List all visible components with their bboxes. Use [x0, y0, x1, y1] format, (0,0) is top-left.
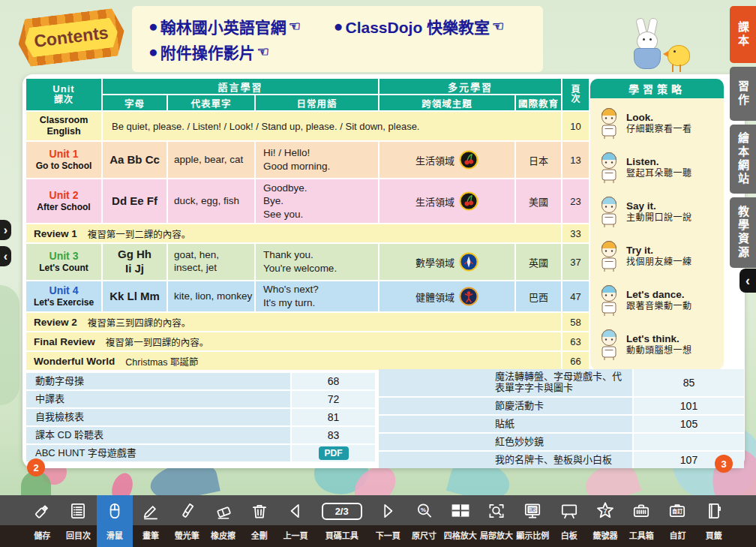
toolbar-button-顯示比例[interactable]: 固定顯示比例 — [514, 495, 550, 547]
toc-subheader-2: 日常用語 — [256, 95, 378, 110]
toolbar-button-籤號器[interactable]: 7籤號器 — [587, 495, 623, 547]
page-number-marker-left: 2 — [27, 458, 45, 476]
tab-課本[interactable]: 課本 — [730, 6, 756, 63]
toolbar-button-頁籤[interactable]: 頁籤 — [696, 495, 732, 547]
strategy-zh: 跟著音樂動一動 — [626, 301, 692, 312]
appendix-item-label: 貼紙 — [379, 416, 632, 432]
strategy-item: Listen.豎起耳朵聽一聽 — [596, 146, 718, 190]
toolbar-button-label: 原尺寸 — [412, 529, 436, 541]
toolbar-button-儲存[interactable]: 儲存 — [24, 495, 60, 547]
toc-row-words: duck, egg, fish — [168, 179, 254, 223]
pointing-hand-icon: ☜ — [289, 18, 301, 35]
toolbar-button-螢光筆[interactable]: 螢光筆 — [169, 495, 205, 547]
toolbar-button-頁碼工具[interactable]: 2/3頁碼工具 — [314, 495, 370, 547]
link-label: 翰林國小英語官網 — [160, 15, 286, 38]
bullet-icon: ● — [148, 17, 158, 35]
toolbar-button-label: 四格放大 — [444, 529, 477, 541]
toolbar-button-局部放大[interactable]: 局部放大 — [478, 495, 514, 547]
links-row: ●翰林國小英語官網☜●ClassDojo 快樂教室☜ — [148, 15, 526, 38]
toc-row-domain: 生活領域 — [380, 142, 514, 178]
toc-row-country: 美國 — [516, 179, 561, 223]
toc-row-country: 日本 — [516, 142, 561, 178]
pagetab-icon — [704, 500, 724, 522]
toolbar-button-白板[interactable]: 白板 — [551, 495, 587, 547]
strategy-panel-title: 學習策略 — [590, 79, 724, 98]
appendix-item-label: 我的名牌卡、墊板與小白板 — [379, 452, 632, 468]
svg-text:固定: 固定 — [528, 506, 538, 512]
strategy-panel: 學習策略 Look.仔細觀察看一看Listen.豎起耳朵聽一聽Say it.主動… — [590, 79, 724, 370]
toc-row-page: 47 — [562, 281, 589, 311]
toc-subheader-0: 字母 — [103, 95, 166, 110]
external-link[interactable]: ●翰林國小英語官網☜ — [148, 15, 301, 38]
appendix-item-label: 自我檢核表 — [26, 409, 290, 425]
toolbar-button-橡皮擦[interactable]: 橡皮擦 — [205, 495, 241, 547]
strategy-en: Try it. — [626, 245, 692, 257]
strategy-items: Look.仔細觀察看一看Listen.豎起耳朵聽一聽Say it.主動開口說一說… — [590, 98, 724, 370]
page-number-display[interactable]: 2/3 — [322, 503, 362, 520]
highlighter-icon — [177, 500, 196, 522]
domain-badge-icon — [459, 287, 478, 306]
toolbar-button-原尺寸[interactable]: %原尺寸 — [406, 495, 442, 547]
star-icon: 7 — [595, 500, 616, 522]
domain-badge-icon — [459, 150, 478, 170]
strategy-en: Say it. — [626, 200, 692, 213]
monitor-icon: 固定 — [522, 500, 543, 522]
toc-row-page: 66 — [562, 352, 589, 370]
review-desc: Christmas 耶誕節 — [125, 354, 198, 368]
external-link[interactable]: ●ClassDojo 快樂教室☜ — [334, 15, 504, 38]
chick-foot — [680, 65, 681, 72]
review-desc: 複習第三到四課的內容。 — [88, 315, 191, 329]
contents-badge-plate: Contents — [23, 17, 120, 59]
strategy-character-icon — [596, 240, 622, 273]
links-panel: ●翰林國小英語官網☜●ClassDojo 快樂教室☜●附件操作影片☜ — [132, 6, 543, 72]
domain-label: 健體領域 — [416, 290, 454, 304]
toolbar-button-滑鼠[interactable]: 滑鼠 — [97, 495, 133, 547]
toc-subheader-1: 代表單字 — [168, 95, 254, 110]
toolbar-button-label: 頁籤 — [706, 529, 722, 541]
collapse-panel-button[interactable]: ‹ — [740, 269, 756, 293]
toc-row-country: 英國 — [516, 244, 561, 280]
page-back-button[interactable]: ‹ — [0, 246, 11, 266]
toolbar-button-label: 畫筆 — [142, 529, 159, 541]
domain-badge-icon — [459, 191, 478, 211]
tab-教學資源[interactable]: 教學資源 — [730, 197, 756, 268]
toc-table: Unit課次語言學習多元學習頁次字母代表單字日常用語跨領域主題國際教育Class… — [26, 79, 589, 370]
toolbar-button-回目次[interactable]: 回目次 — [60, 495, 96, 547]
toolbar-button-label: 頁碼工具 — [326, 529, 358, 541]
toc-row-review: Wonderful WorldChristmas 耶誕節 — [26, 352, 561, 370]
toolbar-button-label: 局部放大 — [480, 529, 513, 541]
appendix-item-label: ABC HUNT 字母遊戲書 — [26, 445, 290, 461]
toc-row-letters: Kk Ll Mm — [103, 281, 166, 311]
pdf-button[interactable]: PDF — [319, 446, 349, 460]
appendix-item-page: 68 — [292, 373, 375, 389]
strategy-zh: 仔細觀察看一看 — [626, 124, 692, 135]
toolbar-button-全刪[interactable]: 全刪 — [242, 495, 278, 547]
toolbar-button-工具箱[interactable]: 工具箱 — [623, 495, 659, 547]
tab-繪本網站[interactable]: 繪本網站 — [730, 125, 756, 194]
zoom-area-icon — [487, 500, 506, 522]
tab-習作[interactable]: 習作 — [730, 67, 756, 121]
review-desc: 複習第一到四課的內容。 — [106, 335, 209, 349]
appendix-item-page: 72 — [292, 391, 375, 407]
strategy-item: Let's think.動動頭腦想一想 — [596, 323, 718, 367]
toolbar-button-四格放大[interactable]: 四格放大 — [442, 495, 478, 547]
toolbar-button-下一頁[interactable]: 下一頁 — [370, 495, 406, 547]
chick-eye — [674, 50, 676, 53]
toc-row-words: apple, bear, cat — [168, 142, 254, 178]
toc-row-page: 23 — [562, 179, 589, 223]
toc-row-phrases: Hi! / Hello!Good morning. — [256, 142, 378, 178]
toolbar-button-上一頁[interactable]: 上一頁 — [278, 495, 314, 547]
strategy-item: Try it.找個朋友練一練 — [596, 234, 718, 278]
toolbar-button-自訂[interactable]: 自訂自訂 — [659, 495, 695, 547]
appendix-item-page: 85 — [634, 369, 744, 396]
toolbar-button-label: 上一頁 — [284, 529, 308, 541]
toc-subheader-3: 跨領域主題 — [380, 95, 514, 110]
page-forward-button[interactable]: › — [0, 220, 11, 240]
appendix-item-label: 節慶活動卡 — [379, 398, 632, 414]
chick-mascot — [664, 39, 694, 78]
next-icon — [378, 500, 398, 522]
external-link[interactable]: ●附件操作影片☜ — [148, 41, 269, 63]
chick-body — [668, 45, 690, 66]
toolbar-button-畫筆[interactable]: 畫筆 — [133, 495, 169, 547]
toolbar-button-label: 白板 — [561, 529, 578, 541]
